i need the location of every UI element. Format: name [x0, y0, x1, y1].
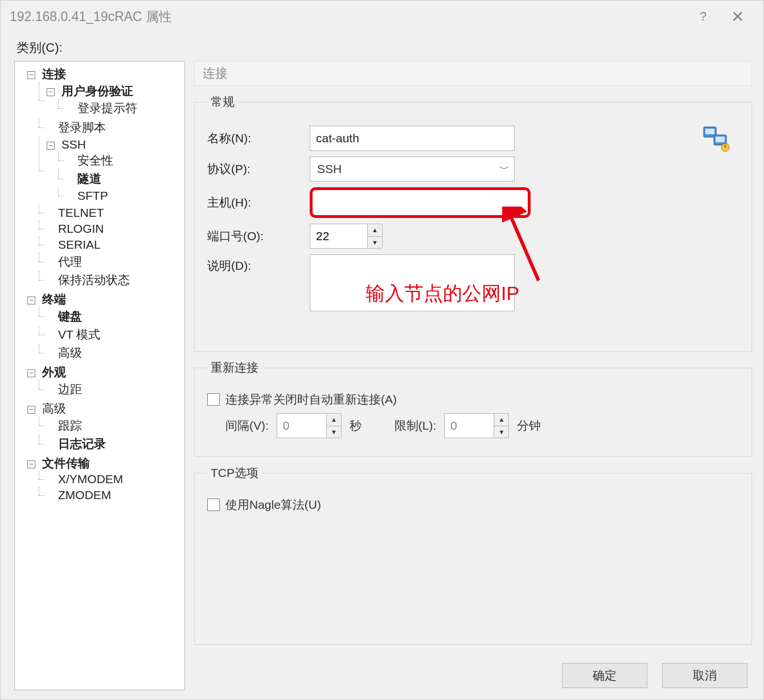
tree-ssh[interactable]: SSH [61, 138, 86, 151]
reconnect-legend: 重新连接 [207, 360, 262, 376]
page-title: 连接 [194, 61, 752, 86]
window-title: 192.168.0.41_19cRAC 属性 [10, 8, 172, 26]
tree-zmodem[interactable]: ZMODEM [58, 488, 111, 501]
expander-icon[interactable]: − [47, 142, 55, 150]
tree-logging[interactable]: 日志记录 [58, 437, 106, 450]
tcp-legend: TCP选项 [207, 465, 262, 481]
auto-reconnect-label: 连接异常关闭时自动重新连接(A) [225, 392, 397, 407]
interval-label: 间隔(V): [225, 418, 269, 434]
general-legend: 常规 [207, 94, 238, 110]
category-tree[interactable]: − 连接 − 用户身份验证 登录提示符 登录脚本 − [14, 61, 185, 690]
spinner-down-icon[interactable]: ▼ [327, 426, 341, 438]
settings-panel: 连接 常规 名称(N): 协议(P): [194, 61, 752, 690]
spinner-up-icon[interactable]: ▲ [368, 224, 382, 237]
titlebar: 192.168.0.41_19cRAC 属性 ? ✕ [1, 1, 763, 32]
expander-icon[interactable]: − [47, 88, 55, 96]
description-input[interactable] [310, 254, 515, 311]
host-input[interactable] [317, 192, 523, 213]
ok-button[interactable]: 确定 [562, 663, 647, 688]
expander-icon[interactable]: − [27, 406, 35, 414]
svg-rect-1 [705, 129, 714, 134]
tree-xymodem[interactable]: X/YMODEM [58, 472, 123, 485]
dialog-buttons: 确定 取消 [194, 653, 752, 690]
description-label: 说明(D): [207, 254, 310, 274]
general-group: 常规 名称(N): 协议(P): SSH [194, 94, 752, 352]
protocol-value: SSH [317, 162, 342, 176]
tree-telnet[interactable]: TELNET [58, 206, 104, 219]
expander-icon[interactable]: − [27, 297, 35, 304]
category-label: 类别(C): [17, 39, 752, 56]
tree-sftp[interactable]: SFTP [77, 189, 108, 202]
tree-tunnel[interactable]: 隧道 [77, 172, 101, 185]
tree-login-script[interactable]: 登录脚本 [58, 121, 106, 134]
expander-icon[interactable]: − [27, 460, 35, 468]
tree-margin[interactable]: 边距 [58, 382, 82, 396]
spinner-up-icon[interactable]: ▲ [494, 414, 508, 426]
nagle-label: 使用Nagle算法(U) [225, 497, 321, 513]
protocol-label: 协议(P): [207, 161, 310, 177]
auto-reconnect-checkbox[interactable]: 连接异常关闭时自动重新连接(A) [207, 392, 397, 407]
host-label: 主机(H): [207, 195, 310, 211]
tree-login-prompt[interactable]: 登录提示符 [77, 101, 137, 114]
interval-spinner[interactable]: ▲ ▼ [277, 413, 342, 438]
checkbox-box-icon [207, 393, 220, 406]
tree-terminal-advanced[interactable]: 高级 [58, 346, 82, 359]
limit-input[interactable] [445, 414, 494, 438]
interval-input[interactable] [277, 414, 326, 438]
tree-proxy[interactable]: 代理 [58, 255, 82, 268]
chevron-down-icon: ﹀ [499, 162, 510, 176]
tree-keyboard[interactable]: 键盘 [58, 310, 82, 323]
close-button[interactable]: ✕ [720, 1, 754, 32]
expander-icon[interactable]: − [27, 71, 35, 79]
tree-appearance[interactable]: 外观 [42, 365, 66, 378]
limit-spinner[interactable]: ▲ ▼ [444, 413, 509, 438]
cancel-button[interactable]: 取消 [662, 663, 747, 688]
network-icon [703, 123, 732, 153]
expander-icon[interactable]: − [27, 369, 35, 377]
spinner-up-icon[interactable]: ▲ [327, 414, 341, 426]
port-spinner[interactable]: ▲ ▼ [310, 224, 383, 249]
tree-rlogin[interactable]: RLOGIN [58, 222, 104, 235]
reconnect-group: 重新连接 连接异常关闭时自动重新连接(A) 间隔(V): ▲ ▼ [194, 360, 752, 457]
svg-rect-5 [725, 145, 726, 148]
port-input[interactable] [310, 224, 367, 248]
name-input[interactable] [310, 126, 515, 151]
svg-rect-3 [716, 137, 725, 142]
spinner-down-icon[interactable]: ▼ [494, 426, 508, 438]
tcp-group: TCP选项 使用Nagle算法(U) [194, 465, 752, 645]
port-label: 端口号(O): [207, 228, 310, 244]
help-button[interactable]: ? [686, 1, 720, 32]
tree-user-auth[interactable]: 用户身份验证 [61, 84, 133, 97]
limit-unit: 分钟 [517, 418, 541, 434]
interval-unit: 秒 [350, 418, 362, 434]
limit-label: 限制(L): [395, 418, 437, 434]
properties-dialog: 192.168.0.41_19cRAC 属性 ? ✕ 类别(C): − 连接 −… [0, 0, 764, 700]
tree-security[interactable]: 安全性 [77, 154, 113, 167]
nagle-checkbox[interactable]: 使用Nagle算法(U) [207, 497, 321, 513]
protocol-select[interactable]: SSH ﹀ [310, 157, 515, 182]
tree-vt-mode[interactable]: VT 模式 [58, 328, 100, 341]
tree-keepalive[interactable]: 保持活动状态 [58, 273, 130, 286]
tree-advanced[interactable]: 高级 [42, 402, 66, 415]
checkbox-box-icon [207, 499, 220, 511]
tree-serial[interactable]: SERIAL [58, 238, 101, 251]
spinner-down-icon[interactable]: ▼ [368, 237, 382, 249]
tree-connection[interactable]: 连接 [42, 67, 66, 80]
tree-terminal[interactable]: 终端 [42, 293, 66, 306]
host-highlight [310, 187, 531, 218]
tree-trace[interactable]: 跟踪 [58, 419, 82, 432]
tree-file-transfer[interactable]: 文件传输 [42, 456, 90, 470]
name-label: 名称(N): [207, 130, 310, 146]
